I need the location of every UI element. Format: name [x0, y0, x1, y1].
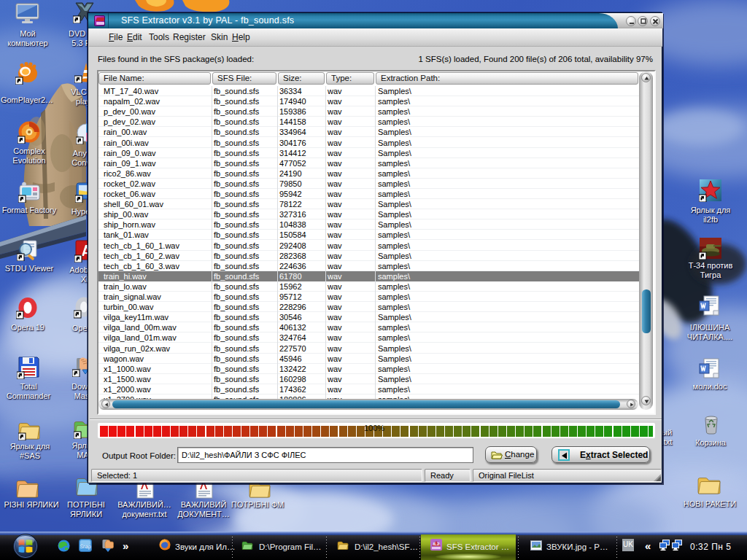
svg-text:Snap: Snap — [80, 544, 91, 550]
svg-text:IL2: IL2 — [433, 542, 440, 546]
